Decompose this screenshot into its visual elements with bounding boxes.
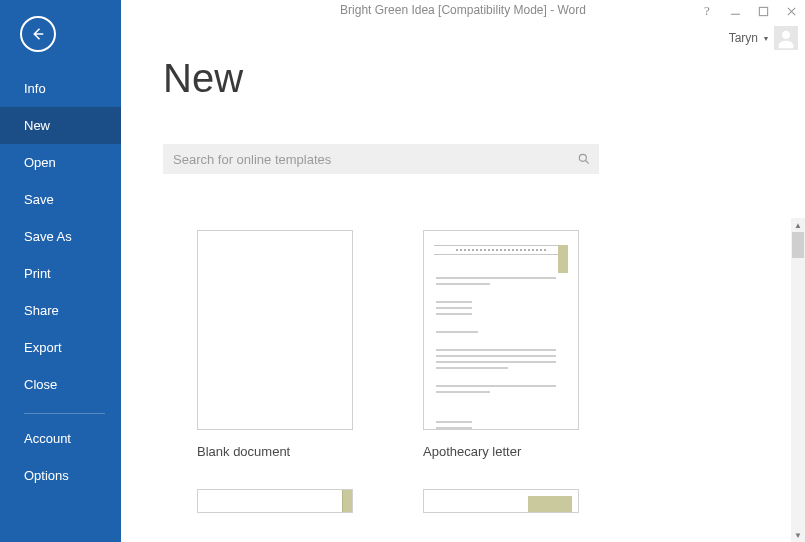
minimize-button[interactable] [721,0,749,22]
template-blank-document[interactable]: Blank document [197,230,353,459]
search-container [163,144,599,174]
template-thumbnail [423,489,579,513]
nav-divider [24,413,105,414]
template-item-partial[interactable] [423,489,579,513]
nav-options[interactable]: Options [0,457,121,494]
search-icon [577,152,591,166]
help-icon: ? [704,3,710,19]
minimize-icon [730,6,741,17]
chevron-down-icon: ▾ [764,34,768,43]
nav-share[interactable]: Share [0,292,121,329]
search-input[interactable] [163,152,569,167]
page-title: New [163,56,243,101]
nav-close[interactable]: Close [0,366,121,403]
window-controls: ? [693,0,805,22]
template-apothecary-letter[interactable]: Apothecary letter [423,230,579,459]
nav-info[interactable]: Info [0,70,121,107]
template-label: Blank document [197,444,353,459]
user-name: Taryn [729,31,758,45]
scrollbar-track[interactable] [791,232,805,528]
nav-print[interactable]: Print [0,255,121,292]
user-account[interactable]: Taryn ▾ [729,26,798,50]
scrollbar-thumb[interactable] [792,232,804,258]
svg-rect-0 [759,7,767,15]
avatar [774,26,798,50]
template-thumbnail [197,230,353,430]
scroll-up-button[interactable]: ▲ [791,218,805,232]
arrow-left-icon [29,25,47,43]
nav-new[interactable]: New [0,107,121,144]
nav-export[interactable]: Export [0,329,121,366]
template-thumbnail [423,230,579,430]
nav-list: Info New Open Save Save As Print Share E… [0,70,121,494]
title-bar: Bright Green Idea [Compatibility Mode] -… [121,0,805,24]
close-window-button[interactable] [777,0,805,22]
nav-save-as[interactable]: Save As [0,218,121,255]
template-item-partial[interactable] [197,489,353,513]
person-icon [775,28,797,50]
nav-account[interactable]: Account [0,420,121,457]
search-button[interactable] [569,144,599,174]
back-button[interactable] [20,16,56,52]
maximize-button[interactable] [749,0,777,22]
main-area: Bright Green Idea [Compatibility Mode] -… [121,0,805,542]
backstage-sidebar: Info New Open Save Save As Print Share E… [0,0,121,542]
nav-open[interactable]: Open [0,144,121,181]
template-label: Apothecary letter [423,444,579,459]
nav-save[interactable]: Save [0,181,121,218]
help-button[interactable]: ? [693,0,721,22]
vertical-scrollbar[interactable]: ▲ ▼ [791,218,805,542]
close-icon [786,6,797,17]
template-thumbnail [197,489,353,513]
template-gallery: Blank document [163,218,791,542]
scroll-down-button[interactable]: ▼ [791,528,805,542]
svg-point-1 [579,154,586,161]
maximize-icon [758,6,769,17]
